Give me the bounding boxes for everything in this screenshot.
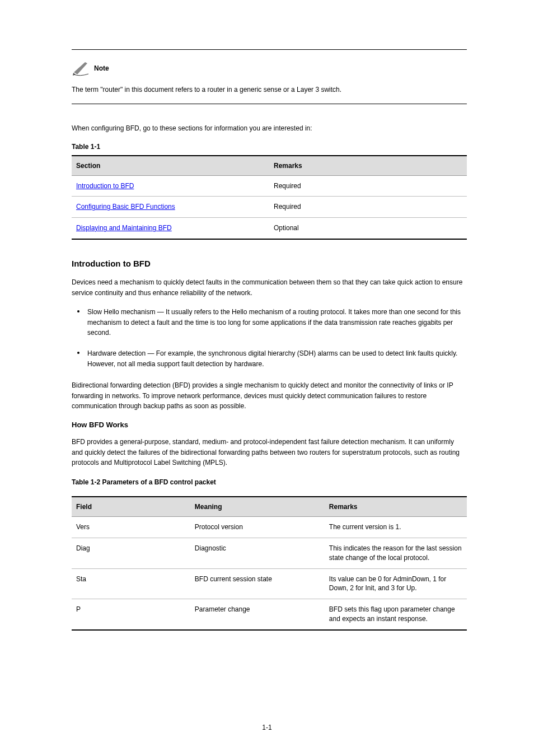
link-displaying-maintaining-bfd[interactable]: Displaying and Maintaining BFD [76,224,172,232]
table-row: Introduction to BFD Required [72,175,467,197]
table-cell: Sta [72,568,190,599]
bfd-intro-para: Devices need a mechanism to quickly dete… [72,277,467,298]
bullet-slow-hello: Slow Hello mechanism — It usually refers… [72,307,467,338]
how-bfd-works-para: BFD provides a general-purpose, standard… [72,437,467,468]
table-1-1: Section Remarks Introduction to BFD Requ… [72,155,467,240]
table-header-section: Section [72,156,269,176]
table-header-meaning: Meaning [190,497,325,517]
table-header-remarks: Remarks [325,497,467,517]
table-header-row: Section Remarks [72,156,467,176]
page: Note The term "router" in this document … [0,0,534,756]
table-row: Displaying and Maintaining BFD Optional [72,218,467,239]
bullet-list: Slow Hello mechanism — It usually refers… [72,307,467,369]
table-header-remarks: Remarks [269,156,467,176]
table-cell: Diag [72,538,190,569]
table-header-field: Field [72,497,190,517]
bullet-hardware-detection: Hardware detection — For example, the sy… [72,348,467,369]
table-header-row: Field Meaning Remarks [72,497,467,517]
note-bottom-rule [72,104,467,104]
table-cell: BFD sets this flag upon parameter change… [325,599,467,630]
page-number: 1-1 [0,724,534,731]
link-intro-to-bfd[interactable]: Introduction to BFD [76,182,134,190]
table-row: Sta BFD current session state Its value … [72,568,467,599]
table-1-2: Field Meaning Remarks Vers Protocol vers… [72,496,467,631]
table-cell: BFD current session state [190,568,325,599]
table-cell: Parameter change [190,599,325,630]
note-text: The term "router" in this document refer… [72,85,467,95]
table-row: Diag Diagnostic This indicates the reaso… [72,538,467,569]
table-row: P Parameter change BFD sets this flag up… [72,599,467,630]
table-cell: Vers [72,517,190,538]
table-cell: Required [269,175,467,197]
intro-paragraph: When configuring BFD, go to these sectio… [72,123,467,134]
table-1-2-caption-text: Table 1-2 Parameters of a BFD control pa… [72,478,216,486]
bfd-intro-para2: Bidirectional forwarding detection (BFD)… [72,380,467,412]
note-icon [72,60,91,77]
table-cell: Optional [269,218,467,239]
table-1-1-caption: Table 1-1 [72,143,467,151]
table-cell: Its value can be 0 for AdminDown, 1 for … [325,568,467,599]
table-cell: Diagnostic [190,538,325,569]
table-cell: Required [269,197,467,218]
table-1-2-caption: Table 1-2 Parameters of a BFD control pa… [72,477,467,488]
table-row: Vers Protocol version The current versio… [72,517,467,538]
table-cell: P [72,599,190,630]
link-configuring-basic-bfd[interactable]: Configuring Basic BFD Functions [76,203,175,211]
table-cell: This indicates the reason for the last s… [325,538,467,569]
note-block: Note [72,60,467,77]
heading-introduction-to-bfd: Introduction to BFD [72,259,467,268]
table-row: Configuring Basic BFD Functions Required [72,197,467,218]
note-label: Note [94,64,109,72]
top-horizontal-rule [72,49,467,50]
table-cell: The current version is 1. [325,517,467,538]
table-cell: Protocol version [190,517,325,538]
heading-how-bfd-works: How BFD Works [72,421,467,429]
